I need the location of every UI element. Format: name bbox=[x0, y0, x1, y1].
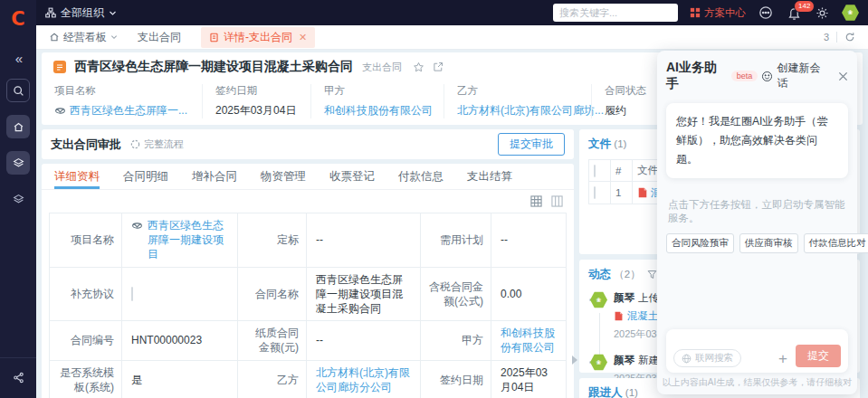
ai-task-hint: 点击下方任务按钮，立即启动专属智能服务。 bbox=[666, 198, 848, 225]
project-link[interactable]: 西青区绿色生态屏障一期建设项目 bbox=[148, 218, 228, 262]
chevron-down-icon bbox=[109, 9, 117, 17]
tab-contract-items[interactable]: 合同明细 bbox=[123, 164, 168, 189]
home-icon bbox=[49, 32, 60, 43]
left-sidebar: C « bbox=[0, 0, 36, 398]
followers-count: (1) bbox=[625, 387, 638, 398]
column-settings-icon[interactable] bbox=[551, 195, 563, 207]
task-contract-risk-button[interactable]: 合同风险预审 bbox=[666, 233, 734, 253]
expand-right-panel-handle[interactable] bbox=[572, 355, 577, 365]
attach-plus-icon[interactable]: + bbox=[778, 351, 787, 366]
task-supplier-review-button[interactable]: 供应商审核 bbox=[739, 233, 798, 253]
tab-materials[interactable]: 物资管理 bbox=[261, 164, 306, 189]
approval-bar: 支出合同审批 完整流程 提交审批 bbox=[42, 129, 574, 159]
task-payment-compare-button[interactable]: 付款信息比对 bbox=[804, 233, 868, 253]
settings-gear-icon[interactable] bbox=[814, 5, 830, 21]
detail-card: 详细资料 合同明细 增补合同 物资管理 收票登记 付款信息 支出结算 项目名称 … bbox=[42, 164, 574, 398]
smiley-icon bbox=[761, 71, 773, 82]
web-search-toggle[interactable]: 联网搜索 bbox=[673, 349, 741, 367]
header-field-sign-date: 签约日期 2025年03月04日 bbox=[202, 84, 310, 118]
project-icon bbox=[54, 105, 66, 117]
global-search bbox=[553, 4, 678, 22]
search-icon bbox=[13, 85, 24, 97]
project-icon bbox=[131, 220, 143, 232]
tab-expense-contracts[interactable]: 支出合同 bbox=[138, 30, 181, 45]
ai-panel-title: AI业务助手 bbox=[666, 60, 728, 92]
party-b-link[interactable]: 北方材料(北京)有限公司廊坊... bbox=[457, 103, 578, 118]
submit-approval-button[interactable]: 提交审批 bbox=[498, 133, 565, 156]
process-circle-icon bbox=[130, 139, 140, 149]
table-row: 项目名称 西青区绿色生态屏障一期建设项目 定标 -- 需用计划 -- bbox=[50, 213, 567, 268]
supplement-checkbox[interactable] bbox=[131, 287, 133, 301]
files-section-title[interactable]: 文件 bbox=[588, 137, 611, 150]
document-icon bbox=[209, 33, 219, 43]
solution-center-link[interactable]: 方案中心 bbox=[690, 6, 746, 20]
sidebar-home-button[interactable] bbox=[6, 115, 30, 138]
pdf-icon bbox=[637, 187, 648, 198]
ai-input-card[interactable]: 联网搜索 + 提交 bbox=[666, 329, 848, 373]
tab-payments[interactable]: 付款信息 bbox=[398, 164, 444, 189]
party-a-link[interactable]: 和创科技股份有限公司 bbox=[324, 103, 431, 118]
favorite-star-icon[interactable] bbox=[413, 62, 424, 73]
sidebar-modules-button[interactable] bbox=[6, 187, 30, 211]
avatar: ❀ bbox=[590, 291, 607, 308]
file-checkbox[interactable] bbox=[594, 186, 596, 199]
grid-icon bbox=[690, 7, 701, 18]
tab-supplement[interactable]: 增补合同 bbox=[192, 164, 237, 189]
table-row: 合同编号 HNT00000023 纸质合同金额(元) -- 甲方 和创科技股份有… bbox=[50, 321, 567, 360]
refresh-icon[interactable] bbox=[844, 32, 855, 43]
followers-section-title[interactable]: 跟进人 bbox=[588, 386, 623, 398]
pdf-icon bbox=[614, 311, 624, 321]
tab-invoices[interactable]: 收票登记 bbox=[329, 164, 375, 189]
header-field-party-a: 甲方 和创科技股份有限公司 bbox=[310, 84, 444, 118]
tab-settlement[interactable]: 支出结算 bbox=[467, 164, 512, 189]
detail-tabs: 详细资料 合同明细 增补合同 物资管理 收票登记 付款信息 支出结算 bbox=[42, 164, 574, 190]
ai-submit-button[interactable]: 提交 bbox=[796, 345, 841, 367]
contract-doc-icon bbox=[52, 60, 67, 74]
select-all-checkbox[interactable] bbox=[594, 165, 596, 177]
breadcrumb-tab-strip: 经营看板 支出合同 详情-支出合同 ✕ 3 bbox=[36, 25, 868, 50]
ai-greeting-card: 您好！我是红圈AI业务助手（尝鲜版），助您高效解决各类问题。 bbox=[666, 103, 848, 178]
tab-detail-info[interactable]: 详细资料 bbox=[54, 164, 100, 189]
brand-logo-icon[interactable]: C bbox=[6, 7, 30, 31]
party-b-link[interactable]: 北方材料(北京)有限公司廊坊分公司 bbox=[316, 366, 410, 393]
messages-icon[interactable] bbox=[758, 5, 774, 21]
sidebar-search-button[interactable] bbox=[6, 79, 30, 102]
home-icon bbox=[13, 121, 24, 133]
contract-type-tag: 支出合同 bbox=[362, 61, 402, 74]
collapse-sidebar-icon[interactable]: « bbox=[15, 51, 21, 66]
new-session-button[interactable]: 创建新会话 bbox=[761, 61, 829, 91]
project-link[interactable]: 西青区绿色生态屏障一... bbox=[70, 103, 187, 118]
table-view-icon[interactable] bbox=[530, 195, 542, 207]
header-field-project: 项目名称 西青区绿色生态屏障一... bbox=[52, 84, 202, 118]
activity-section-title[interactable]: 动态 bbox=[588, 268, 611, 280]
beta-badge: beta bbox=[731, 71, 758, 81]
chevron-down-icon bbox=[110, 33, 118, 41]
org-switcher[interactable]: 全部组织 bbox=[45, 5, 117, 21]
avatar: ❀ bbox=[590, 354, 607, 371]
files-count: (1) bbox=[614, 138, 626, 149]
tab-contract-detail[interactable]: 详情-支出合同 ✕ bbox=[201, 27, 315, 48]
sidebar-apps-button[interactable] bbox=[6, 151, 30, 175]
table-row: 是否系统模板(系统) 是 乙方 北方材料(北京)有限公司廊坊分公司 签约日期 2… bbox=[50, 360, 567, 398]
filter-funnel-icon[interactable] bbox=[647, 270, 657, 280]
header-field-party-b: 乙方 北方材料(北京)有限公司廊坊... bbox=[444, 84, 591, 118]
close-tab-icon[interactable]: ✕ bbox=[299, 32, 307, 43]
global-search-input[interactable] bbox=[553, 4, 678, 22]
notifications-icon[interactable]: 142 bbox=[786, 5, 802, 21]
org-label: 全部组织 bbox=[61, 5, 104, 21]
tab-dashboard[interactable]: 经营看板 bbox=[49, 30, 118, 45]
full-process-link[interactable]: 完整流程 bbox=[130, 137, 184, 151]
external-link-icon[interactable] bbox=[433, 62, 444, 72]
notification-badge: 142 bbox=[794, 0, 815, 13]
party-a-link[interactable]: 和创科技股份有限公司 bbox=[501, 327, 555, 354]
share-icon[interactable] bbox=[10, 369, 26, 385]
top-bar: 全部组织 方案中心 142 ❀ bbox=[36, 0, 868, 25]
activity-count: （2） bbox=[614, 269, 640, 280]
table-row: 补充协议 合同名称 西青区绿色生态屏障一期建设项目混凝土采购合同 含税合同金额(… bbox=[50, 267, 567, 321]
user-avatar[interactable]: ❀ bbox=[842, 5, 859, 22]
tab-counter: 3 bbox=[824, 32, 829, 43]
globe-icon bbox=[682, 354, 692, 364]
org-tree-icon bbox=[45, 7, 56, 18]
layers-icon bbox=[13, 157, 24, 169]
close-icon[interactable] bbox=[838, 71, 848, 81]
